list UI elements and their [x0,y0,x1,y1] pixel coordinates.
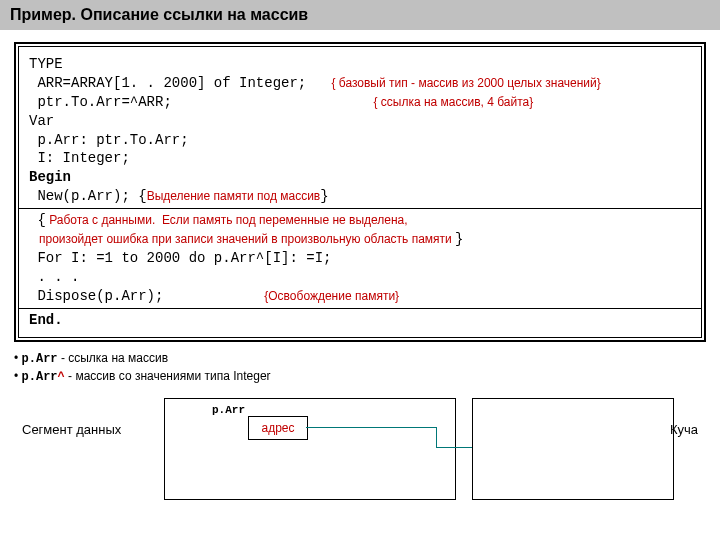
memory-diagram: Сегмент данных p.Arr адрес Куча [14,394,706,514]
code-line: TYPE [29,56,63,72]
bullet-item: • p.Arr - ссылка на массив [14,350,706,368]
code-comment: { ссылка на массив, 4 байта} [373,95,533,109]
code-comment: {Освобождение памяти} [264,289,399,303]
code-line: { [29,212,46,228]
code-keyword: Begin [29,169,71,185]
bullet-mono: p.Arr [22,370,58,384]
code-box: TYPE ARR=ARRAY[1. . 2000] of Integer; { … [18,46,702,338]
code-comment: { базовый тип - массив из 2000 целых зна… [331,76,600,90]
bullet-mono: p.Arr [22,352,58,366]
connector-line [306,427,436,428]
code-box-outer: TYPE ARR=ARRAY[1. . 2000] of Integer; { … [14,42,706,342]
code-comment: произойдет ошибка при записи значений в … [29,232,455,246]
connector-line [436,427,437,447]
code-line: ARR=ARRAY[1. . 2000] of Integer; [29,75,306,91]
code-line: Dispose(p.Arr); [29,288,163,304]
bullet-item: • p.Arr^ - массив со значениями типа Int… [14,368,706,386]
code-line: . . . [29,269,79,285]
bullet-text: - ссылка на массив [58,351,168,365]
code-comment: Работа с данными. Если память под переме… [46,213,408,227]
code-line: ptr.To.Arr=^ARR; [29,94,172,110]
code-line: } [320,188,328,204]
code-comment: Выделение памяти под массив [147,189,321,203]
slide-title: Пример. Описание ссылки на массив [0,0,720,30]
segment-label: Сегмент данных [22,422,121,437]
bullet-text: - массив со значениями типа Integer [65,369,271,383]
code-line: } [455,231,463,247]
code-line: New(p.Arr); { [29,188,147,204]
code-keyword: End. [29,312,63,328]
address-box: адрес [248,416,308,440]
code-line: p.Arr: ptr.To.Arr; [29,132,189,148]
code-line: I: Integer; [29,150,130,166]
caret-symbol: ^ [58,370,65,384]
connector-line [436,447,472,448]
code-line: For I: =1 to 2000 do p.Arr^[I]: =I; [29,250,331,266]
heap-label: Куча [670,422,698,437]
parr-label: p.Arr [212,404,245,416]
heap-box [472,398,674,500]
code-line: Var [29,113,54,129]
bullet-list: • p.Arr - ссылка на массив • p.Arr^ - ма… [14,350,706,386]
segment-box [164,398,456,500]
